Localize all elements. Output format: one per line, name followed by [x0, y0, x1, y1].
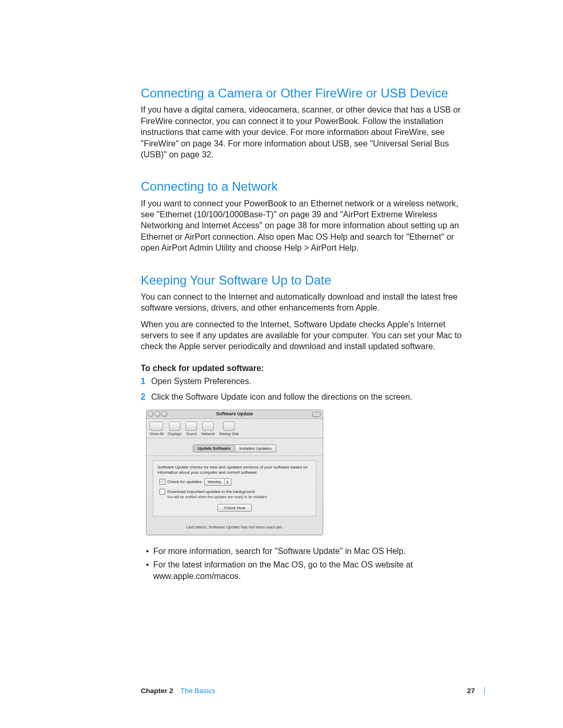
- toolbar-displays: Displays: [168, 422, 181, 436]
- window-titlebar: Software Update: [146, 410, 323, 419]
- panel-inner: Software Update checks for new and updat…: [153, 460, 316, 516]
- download-bg-row: Download important updates in the backgr…: [160, 489, 312, 495]
- body-connecting-camera: If you have a digital camera, videocamer…: [141, 104, 472, 160]
- page-footer: Chapter 2 The Basics 27: [141, 687, 485, 695]
- steps-list: Open System Preferences. Click the Softw…: [141, 375, 472, 403]
- check-updates-interval: Weekly ▲▼: [204, 478, 231, 486]
- displays-icon: [169, 422, 180, 431]
- tab-update-software: Update Software: [193, 445, 235, 452]
- tab-installed-updates: Installed Updates: [235, 445, 276, 452]
- zoom-icon: [162, 411, 167, 417]
- footer-chapter: Chapter 2: [141, 687, 173, 695]
- heading-connecting-network: Connecting to a Network: [141, 180, 472, 193]
- tabs: Update Software Installed Updates: [193, 445, 276, 452]
- step-2: Click the Software Update icon and follo…: [141, 391, 472, 403]
- heading-connecting-camera: Connecting a Camera or Other FireWire or…: [141, 87, 472, 100]
- screenshot-software-update: Software Update Show All Displays Sound …: [146, 410, 323, 535]
- body-softupd-2: When you are connected to the Internet, …: [141, 319, 472, 352]
- grid-icon: [150, 422, 163, 431]
- check-updates-label: Check for updates:: [167, 479, 202, 484]
- body-connecting-network: If you want to connect your PowerBook to…: [141, 198, 472, 254]
- step-1: Open System Preferences.: [141, 375, 472, 388]
- toolbar-show-all: Show All: [150, 422, 164, 436]
- check-updates-checkbox: ✓: [160, 479, 165, 485]
- footer-chapter-title: The Basics: [180, 687, 215, 695]
- footer-page-number: 27: [467, 687, 475, 695]
- download-bg-label: Download important updates in the backgr…: [167, 489, 255, 494]
- toolbar-toggle-icon: [312, 412, 321, 417]
- check-for-updates-row: ✓ Check for updates: Weekly ▲▼: [160, 478, 312, 486]
- sound-icon: [186, 422, 197, 431]
- startup-disk-icon: [223, 422, 235, 431]
- close-icon: [148, 411, 154, 417]
- minimize-icon: [155, 411, 161, 417]
- manual-page: Connecting a Camera or Other FireWire or…: [0, 0, 563, 728]
- panel-description: Software Update checks for new and updat…: [157, 465, 312, 475]
- toolbar-sound: Sound: [186, 422, 197, 436]
- check-updates-interval-value: Weekly: [207, 479, 221, 484]
- download-bg-checkbox: [160, 489, 165, 495]
- body-softupd-1: You can connect to the Internet and auto…: [141, 291, 472, 314]
- toolbar-label-showall: Show All: [150, 432, 164, 436]
- chevron-updown-icon: ▲▼: [224, 479, 230, 485]
- subhead-check-software: To check for updated software:: [141, 364, 472, 373]
- download-bg-subnote: You will be notified when the updates ar…: [167, 495, 312, 499]
- toolbar-network: Network: [201, 422, 215, 436]
- toolbar-startup-disk: Startup Disk: [219, 422, 239, 436]
- bullet-1: For more information, search for "Softwa…: [146, 546, 472, 557]
- toolbar-label-sound: Sound: [186, 432, 197, 436]
- bullet-2: For the latest information on the Mac OS…: [146, 559, 472, 582]
- window-traffic-lights: [148, 411, 167, 417]
- status-text: Last status: Software Update has not bee…: [146, 523, 323, 535]
- prefs-toolbar: Show All Displays Sound Network Startup …: [146, 419, 323, 438]
- check-now-button: Check Now: [217, 504, 252, 512]
- network-icon: [202, 422, 214, 431]
- toolbar-label-startup: Startup Disk: [219, 432, 239, 436]
- tabs-pane: Update Software Installed Updates: [146, 438, 323, 456]
- heading-keeping-software: Keeping Your Software Up to Date: [141, 274, 472, 287]
- toolbar-label-network: Network: [201, 432, 215, 436]
- toolbar-label-displays: Displays: [168, 432, 181, 436]
- bullets-list: For more information, search for "Softwa…: [146, 546, 472, 582]
- window-title: Software Update: [216, 411, 253, 416]
